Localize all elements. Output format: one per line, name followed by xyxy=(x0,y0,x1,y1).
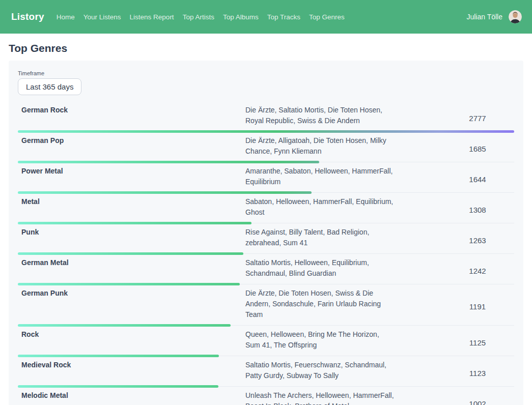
genre-usage-bar xyxy=(18,222,251,224)
genre-row: German Metal Saltatio Mortis, Helloween,… xyxy=(18,254,514,284)
genre-name: Power Metal xyxy=(18,166,245,177)
genre-count: 1242 xyxy=(442,267,513,275)
genre-row: Melodic Metal Unleash The Archers, Hello… xyxy=(18,387,514,405)
nav-item-top-tracks[interactable]: Top Tracks xyxy=(267,13,300,21)
genre-name: Metal xyxy=(18,196,245,207)
genre-artists: Die Ärzte, Saltatio Mortis, Die Toten Ho… xyxy=(245,105,394,131)
nav-item-top-genres[interactable]: Top Genres xyxy=(309,13,345,21)
user-menu[interactable]: Julian Tölle xyxy=(466,10,522,23)
main-nav: Home Your Listens Listens Report Top Art… xyxy=(57,13,345,21)
timeframe-filter: Timeframe Last 365 days xyxy=(18,70,514,95)
timeframe-select-button[interactable]: Last 365 days xyxy=(18,78,81,95)
genre-name: German Punk xyxy=(18,288,245,299)
genre-artists: Unleash The Archers, Helloween, HammerFa… xyxy=(245,390,394,405)
app-logo[interactable]: Listory xyxy=(11,11,44,22)
genre-name: German Rock xyxy=(18,105,245,115)
genre-usage-bar xyxy=(18,130,514,133)
genre-name: Melodic Metal xyxy=(18,390,245,401)
genre-row: Power Metal Amaranthe, Sabaton, Hellowee… xyxy=(18,162,514,193)
genre-artists: Saltatio Mortis, Helloween, Equilibrium,… xyxy=(245,257,394,284)
genre-count: 1002 xyxy=(442,399,513,405)
page-content: Top Genres Timeframe Last 365 days Germa… xyxy=(0,42,532,405)
genre-row: German Punk Die Ärzte, Die Toten Hosen, … xyxy=(18,284,514,326)
timeframe-label: Timeframe xyxy=(18,70,514,76)
nav-item-your-listens[interactable]: Your Listens xyxy=(83,13,121,21)
app-header: Listory Home Your Listens Listens Report… xyxy=(0,0,532,34)
genre-name: Punk xyxy=(18,227,245,238)
genre-row: Rock Queen, Helloween, Bring Me The Hori… xyxy=(18,326,514,356)
nav-item-top-albums[interactable]: Top Albums xyxy=(223,13,259,21)
genre-count: 1263 xyxy=(442,236,513,245)
genre-usage-bar xyxy=(18,324,231,327)
genre-count: 2777 xyxy=(442,114,513,123)
genre-count: 1123 xyxy=(442,369,513,378)
user-avatar[interactable] xyxy=(509,10,522,23)
genre-count: 1308 xyxy=(442,206,513,214)
genre-usage-bar xyxy=(18,161,319,163)
genre-row: Punk Rise Against, Billy Talent, Bad Rel… xyxy=(18,223,514,254)
genre-name: Rock xyxy=(18,329,245,340)
genre-count: 1685 xyxy=(442,144,513,153)
user-photo-icon xyxy=(509,10,522,23)
genre-artists: Amaranthe, Sabaton, Helloween, HammerFal… xyxy=(245,166,394,192)
user-name: Julian Tölle xyxy=(466,13,502,21)
page-title: Top Genres xyxy=(9,42,523,54)
genre-usage-bar xyxy=(18,283,240,285)
genre-artists: Die Ärzte, Alligatoah, Die Toten Hosen, … xyxy=(245,135,394,162)
genre-usage-bar xyxy=(18,385,218,388)
nav-item-listens-report[interactable]: Listens Report xyxy=(130,13,174,21)
genre-name: Medieval Rock xyxy=(18,360,245,370)
genre-artists: Queen, Helloween, Bring Me The Horizon, … xyxy=(245,329,394,356)
genre-count: 1191 xyxy=(442,302,513,311)
genre-artists: Saltatio Mortis, Feuerschwanz, Schandmau… xyxy=(245,360,394,386)
genre-count: 1644 xyxy=(442,175,513,184)
genre-usage-bar xyxy=(18,191,312,194)
genre-row: German Pop Die Ärzte, Alligatoah, Die To… xyxy=(18,132,514,162)
genres-table: German Rock Die Ärzte, Saltatio Mortis, … xyxy=(18,101,514,405)
nav-item-top-artists[interactable]: Top Artists xyxy=(183,13,214,21)
genre-row: German Rock Die Ärzte, Saltatio Mortis, … xyxy=(18,101,514,132)
genre-artists: Sabaton, Helloween, HammerFall, Equilibr… xyxy=(245,196,394,223)
genre-row: Medieval Rock Saltatio Mortis, Feuerschw… xyxy=(18,356,514,387)
genre-usage-bar xyxy=(18,355,219,357)
genre-artists: Die Ärzte, Die Toten Hosen, Swiss & Die … xyxy=(245,288,394,325)
nav-item-home[interactable]: Home xyxy=(57,13,75,21)
genre-name: German Pop xyxy=(18,135,245,146)
genre-name: German Metal xyxy=(18,257,245,268)
genre-artists: Rise Against, Billy Talent, Bad Religion… xyxy=(245,227,394,253)
genre-usage-bar xyxy=(18,252,243,255)
top-genres-card: Timeframe Last 365 days German Rock Die … xyxy=(9,61,523,405)
genre-row: Metal Sabaton, Helloween, HammerFall, Eq… xyxy=(18,193,514,223)
genre-count: 1125 xyxy=(442,338,513,347)
